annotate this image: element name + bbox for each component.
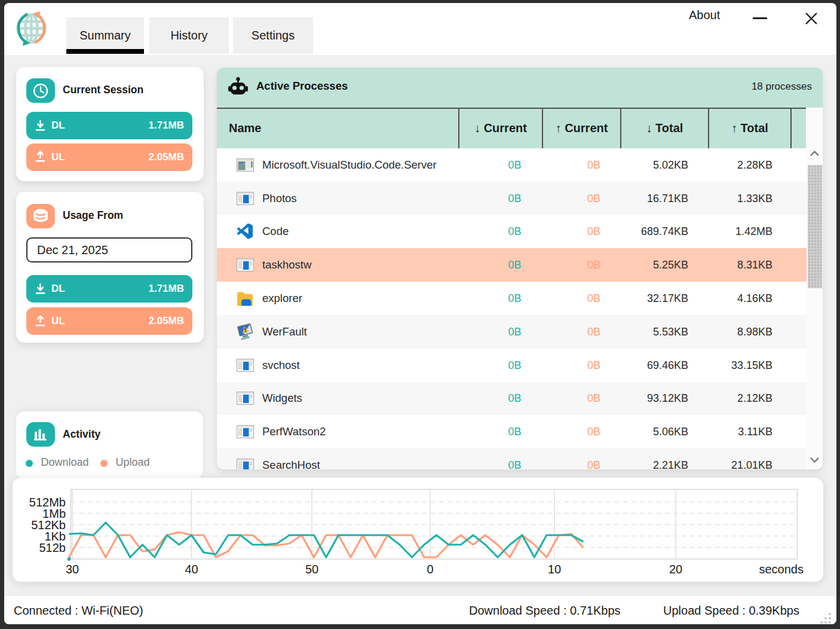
svg-text:512b: 512b xyxy=(39,541,66,554)
svg-text:0: 0 xyxy=(427,563,433,576)
svg-text:50: 50 xyxy=(305,563,318,576)
svg-text:seconds: seconds xyxy=(759,563,804,576)
svg-text:20: 20 xyxy=(669,563,682,576)
svg-text:40: 40 xyxy=(185,563,198,576)
svg-text:30: 30 xyxy=(66,563,79,576)
svg-text:10: 10 xyxy=(548,563,561,576)
